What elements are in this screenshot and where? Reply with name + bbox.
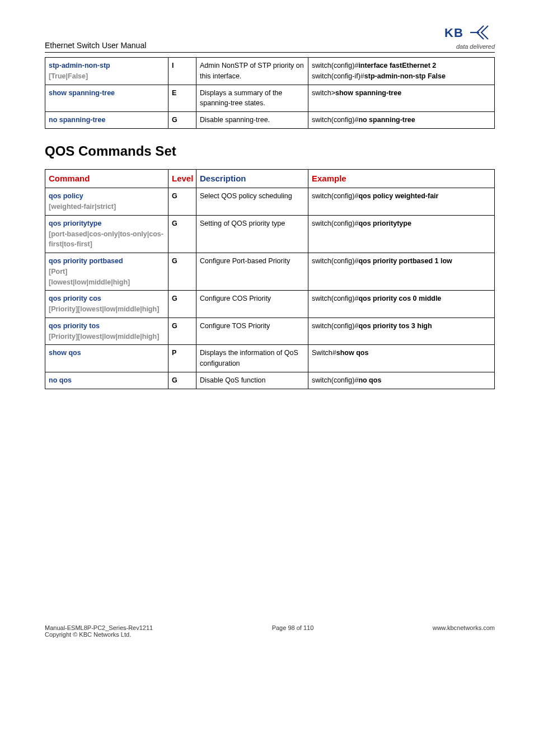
example-line: switch(config)#qos priority cos 0 middle <box>312 295 441 302</box>
example-line: Switch#show qos <box>312 349 368 357</box>
command-name: no spanning-tree <box>49 116 105 124</box>
table-row: no qosGDisable QoS functionswitch(config… <box>45 372 495 389</box>
cell-command: qos policy[weighted-fair|strict] <box>45 188 168 216</box>
example-line: switch(config)#qos prioritytype <box>312 220 411 227</box>
cell-level: G <box>168 291 196 318</box>
col-header-command: Command <box>45 169 168 188</box>
cell-level: E <box>168 85 196 112</box>
cell-example: switch(config)#qos policy weighted-fair <box>308 188 495 216</box>
col-header-level: Level <box>168 169 196 188</box>
example-line: switch(config)#qos priority tos 3 high <box>312 322 432 330</box>
table-row: stp-admin-non-stp[True|False]IAdmin NonS… <box>45 58 495 85</box>
cell-command: stp-admin-non-stp[True|False] <box>45 58 168 85</box>
cell-example: switch>show spanning-tree <box>308 85 495 112</box>
table-row: qos priority portbased[Port][lowest|low|… <box>45 253 495 291</box>
cell-example: switch(config)#qos priority tos 3 high <box>308 318 495 345</box>
cell-level: G <box>168 318 196 345</box>
command-name: no qos <box>49 376 72 384</box>
cell-description: Configure Port-based Priority <box>196 253 308 291</box>
cell-command: qos priority cos[Priority][lowest|low|mi… <box>45 291 168 318</box>
command-name: qos priority tos <box>49 322 100 330</box>
cell-description: Disable QoS function <box>196 372 308 389</box>
command-args: [port-based|cos-only|tos-only|cos-first|… <box>49 230 163 249</box>
header-title: Ethernet Switch User Manual <box>45 41 146 50</box>
svg-text:KB: KB <box>444 26 463 40</box>
qos-table-header-row: Command Level Description Example <box>45 169 495 188</box>
footer-center: Page 98 of 110 <box>272 624 314 638</box>
kbc-logo-icon: KB <box>444 22 495 43</box>
command-name: qos policy <box>49 192 83 200</box>
cell-level: G <box>168 215 196 253</box>
header-tagline: data delivered <box>444 44 495 50</box>
command-name: show spanning-tree <box>49 89 115 97</box>
command-name: qos priority cos <box>49 295 101 302</box>
cell-description: Displays the information of QoS configur… <box>196 345 308 372</box>
command-args: [Port] <box>49 268 67 276</box>
cell-command: no qos <box>45 372 168 389</box>
command-args: [weighted-fair|strict] <box>49 203 116 211</box>
example-line: switch(config)#qos priority portbased 1 … <box>312 257 452 265</box>
cell-level: G <box>168 188 196 216</box>
cell-description: Disable spanning-tree. <box>196 112 308 129</box>
command-name: stp-admin-non-stp <box>49 62 110 69</box>
cell-level: G <box>168 112 196 129</box>
cell-command: no spanning-tree <box>45 112 168 129</box>
stp-table: stp-admin-non-stp[True|False]IAdmin NonS… <box>45 57 495 129</box>
col-header-example: Example <box>308 169 495 188</box>
cell-description: Configure TOS Priority <box>196 318 308 345</box>
command-name: qos prioritytype <box>49 220 101 227</box>
command-name: show qos <box>49 349 81 357</box>
cell-description: Select QOS policy scheduling <box>196 188 308 216</box>
cell-example: Switch#show qos <box>308 345 495 372</box>
cell-example: switch(config)#qos priority cos 0 middle <box>308 291 495 318</box>
cell-command: qos priority tos[Priority][lowest|low|mi… <box>45 318 168 345</box>
command-args: [True|False] <box>49 72 88 80</box>
example-line: switch>show spanning-tree <box>312 89 401 97</box>
cell-example: switch(config)#qos prioritytype <box>308 215 495 253</box>
page-header: Ethernet Switch User Manual KB data deli… <box>45 22 495 52</box>
table-row: qos priority cos[Priority][lowest|low|mi… <box>45 291 495 318</box>
table-row: show qosPDisplays the information of QoS… <box>45 345 495 372</box>
header-logo: KB data delivered <box>444 22 495 50</box>
command-args: [lowest|low|middle|high] <box>49 278 130 286</box>
cell-command: show spanning-tree <box>45 85 168 112</box>
col-header-description: Description <box>196 169 308 188</box>
header-rule <box>45 52 495 53</box>
example-line: switch(config-if)#stp-admin-non-stp Fals… <box>312 72 446 80</box>
section-title: QOS Commands Set <box>45 143 495 159</box>
example-line: switch(config)#no spanning-tree <box>312 116 415 124</box>
cell-description: Displays a summary of the spanning-tree … <box>196 85 308 112</box>
footer-left: Manual-ESML8P-PC2_Series-Rev1211 Copyrig… <box>45 624 153 638</box>
cell-example: switch(config)#no qos <box>308 372 495 389</box>
table-row: qos policy[weighted-fair|strict]GSelect … <box>45 188 495 216</box>
footer-right: www.kbcnetworks.com <box>433 624 495 638</box>
cell-command: qos prioritytype[port-based|cos-only|tos… <box>45 215 168 253</box>
cell-example: switch(config)#qos priority portbased 1 … <box>308 253 495 291</box>
example-line: switch(config)#interface fastEthernet 2 <box>312 62 436 69</box>
cell-description: Admin NonSTP of STP priority on this int… <box>196 58 308 85</box>
cell-description: Setting of QOS priority type <box>196 215 308 253</box>
cell-description: Configure COS Priority <box>196 291 308 318</box>
cell-level: G <box>168 372 196 389</box>
table-row: qos prioritytype[port-based|cos-only|tos… <box>45 215 495 253</box>
cell-level: P <box>168 345 196 372</box>
command-args: [Priority][lowest|low|middle|high] <box>49 333 159 340</box>
table-row: show spanning-treeEDisplays a summary of… <box>45 85 495 112</box>
qos-table: Command Level Description Example qos po… <box>45 169 495 389</box>
cell-example: switch(config)#no spanning-tree <box>308 112 495 129</box>
cell-level: G <box>168 253 196 291</box>
command-name: qos priority portbased <box>49 257 123 265</box>
cell-command: show qos <box>45 345 168 372</box>
command-args: [Priority][lowest|low|middle|high] <box>49 305 159 313</box>
table-row: no spanning-treeGDisable spanning-tree.s… <box>45 112 495 129</box>
cell-level: I <box>168 58 196 85</box>
page-footer: Manual-ESML8P-PC2_Series-Rev1211 Copyrig… <box>45 624 495 638</box>
table-row: qos priority tos[Priority][lowest|low|mi… <box>45 318 495 345</box>
example-line: switch(config)#no qos <box>312 376 381 384</box>
cell-example: switch(config)#interface fastEthernet 2s… <box>308 58 495 85</box>
cell-command: qos priority portbased[Port][lowest|low|… <box>45 253 168 291</box>
example-line: switch(config)#qos policy weighted-fair <box>312 192 438 200</box>
